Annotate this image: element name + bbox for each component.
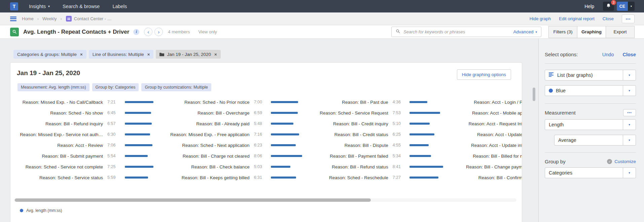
close-icon[interactable]: ×: [147, 52, 150, 57]
filter-chip-jan-19-jan-25-2020[interactable]: Jan 19 - Jan 25, 2020×: [156, 50, 220, 59]
bar[interactable]: [409, 166, 443, 168]
search-input[interactable]: [403, 29, 513, 34]
close-icon[interactable]: ×: [80, 52, 83, 57]
bar-value: 6:31: [254, 175, 265, 180]
bar-label: Reason: Acct - Request Inf: [445, 121, 522, 126]
chart-row: Reason: Sched - Next application6:23: [168, 140, 307, 151]
bar[interactable]: [125, 177, 148, 179]
bar[interactable]: [271, 112, 298, 114]
close-icon[interactable]: ×: [214, 52, 217, 57]
bar[interactable]: [125, 155, 148, 157]
measurement-value: Length: [549, 122, 564, 127]
bar[interactable]: [125, 144, 152, 146]
sidebar-close-link[interactable]: Close: [623, 52, 636, 57]
chart-column: Reason: Bill - Past due4:36Reason: Sched…: [307, 97, 445, 183]
topnav-item-labels[interactable]: Labels: [112, 4, 127, 9]
close-link[interactable]: Close: [603, 16, 614, 21]
breadcrumb-weekly[interactable]: Weekly: [42, 16, 57, 21]
bar-value: 8:06: [254, 154, 265, 158]
chart-row: Reason: Missed Exp. - Free application7:…: [168, 129, 307, 140]
chart-row: Reason: Sched - Service status5:59: [17, 172, 168, 183]
group-by-dropdown[interactable]: Categories ▾: [545, 167, 636, 178]
search-box: Advanced ▾: [391, 27, 541, 37]
horizontal-scrollbar[interactable]: [14, 198, 516, 202]
bar[interactable]: [125, 133, 150, 135]
chart-row: Reason: Sched - Reschedule7:27: [307, 172, 445, 183]
filter-chip-line-of-business[interactable]: Line of Business: Multiple×: [89, 50, 154, 59]
bar[interactable]: [271, 101, 298, 103]
advanced-search-link[interactable]: Advanced ▾: [513, 29, 537, 34]
edit-original-report-link[interactable]: Edit original report: [559, 16, 595, 21]
tab-export[interactable]: Export: [606, 26, 635, 38]
divider: [545, 103, 636, 104]
chart-row: Reason: Acct - Request Inf: [445, 118, 522, 129]
bar[interactable]: [125, 101, 153, 103]
bar[interactable]: [271, 123, 293, 125]
more-options-button[interactable]: •••: [622, 14, 635, 23]
graph-setting-tag: Group by customizations: Multiple: [141, 83, 211, 91]
tab-filters-3[interactable]: Filters (3): [548, 26, 577, 38]
bar-label: Reason: Sched - Service status: [17, 175, 103, 180]
breadcrumb-home[interactable]: Home: [22, 16, 34, 21]
info-icon[interactable]: i: [133, 29, 139, 35]
bar-label: Reason: Sched - Reschedule: [307, 175, 388, 180]
bar[interactable]: [409, 144, 429, 146]
legend-label: Avg. length (mm:ss): [26, 208, 62, 213]
bar-label: Reason: Bill - Overcharge: [168, 110, 250, 116]
aggregation-dropdown[interactable]: Average ▾: [554, 135, 636, 146]
tab-graphing[interactable]: Graphing: [577, 26, 606, 38]
notifications-button[interactable]: 3: [603, 2, 614, 11]
app-logo[interactable]: T: [10, 2, 18, 10]
bar[interactable]: [271, 177, 296, 179]
bar[interactable]: [271, 144, 296, 146]
help-link[interactable]: Help: [584, 4, 594, 9]
bar[interactable]: [409, 155, 431, 157]
next-report-button[interactable]: ›: [154, 28, 163, 36]
bar[interactable]: [125, 166, 153, 168]
customize-link[interactable]: Customize: [614, 159, 636, 164]
check-circle-icon: ✓: [607, 159, 612, 164]
chart-row: Reason: Bill - Payment failed5:34: [307, 151, 445, 161]
bar[interactable]: [125, 112, 151, 114]
report-toolbar: Avg. Length - Repeat Contacts + Driver i…: [0, 25, 644, 39]
bar-track: [125, 166, 163, 168]
previous-report-button[interactable]: ‹: [144, 28, 152, 36]
measurement-dropdown[interactable]: Length ▾: [545, 119, 636, 130]
bar-label: Reason: Bill - Dispute: [307, 143, 388, 148]
bar[interactable]: [409, 112, 440, 114]
vertical-scrollbar-thumb[interactable]: [533, 88, 535, 101]
color-dropdown[interactable]: Blue ▾: [545, 85, 636, 96]
bar[interactable]: [271, 133, 299, 135]
chart-row: Reason: Sched - No Prior notice7:00: [168, 97, 307, 107]
divider: [545, 152, 636, 153]
hide-graph-link[interactable]: Hide graph: [530, 16, 551, 21]
filter-chip-categories-groups[interactable]: Categories & groups: Multiple×: [13, 50, 86, 59]
account-menu[interactable]: CE ▾: [617, 2, 635, 11]
chart-row: Reason: Bill - Past due4:36: [307, 97, 445, 107]
bar-value: 6:25: [393, 132, 404, 137]
chart-row: Reason: Bill - Charge not cleared8:06: [168, 151, 307, 161]
chart-column: Reason: Missed Exp. - No Call/Callback7:…: [17, 97, 168, 183]
topnav-item-insights[interactable]: Insights▾: [29, 4, 50, 9]
bar[interactable]: [409, 101, 427, 103]
undo-link[interactable]: Undo: [602, 52, 614, 57]
bar[interactable]: [271, 166, 290, 168]
bar[interactable]: [125, 123, 152, 125]
bar[interactable]: [271, 155, 302, 157]
bar-track: [409, 123, 445, 125]
bar-track: [271, 166, 307, 168]
hide-graphing-options-button[interactable]: Hide graphing options: [457, 69, 511, 80]
chart-row: Reason: Acct - Update inf: [445, 140, 522, 151]
topnav-item-search-browse[interactable]: Search & browse: [63, 4, 100, 9]
view-only-label: View only: [198, 29, 217, 34]
bar[interactable]: [409, 177, 438, 179]
horizontal-scrollbar-thumb[interactable]: [15, 198, 371, 202]
bar-label: Reason: Missed Exp.- Service not auth…: [17, 132, 103, 137]
bar-track: [125, 101, 163, 103]
bar[interactable]: [409, 123, 430, 125]
bar[interactable]: [409, 133, 434, 135]
chart-type-dropdown[interactable]: List (bar graphs) ▾: [545, 70, 636, 81]
menu-icon[interactable]: [10, 17, 16, 21]
breadcrumb-current[interactable]: Contact Center - …: [74, 16, 112, 21]
measurement-more-button[interactable]: •••: [623, 109, 636, 116]
